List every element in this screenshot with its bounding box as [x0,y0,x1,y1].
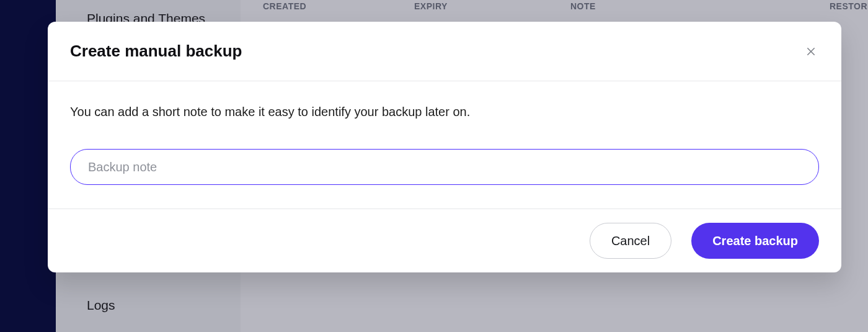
modal-body: You can add a short note to make it easy… [48,81,841,209]
modal-header: Create manual backup [48,22,841,81]
close-icon [805,46,817,57]
modal-footer: Cancel Create backup [48,209,841,272]
create-backup-modal: Create manual backup You can add a short… [48,22,841,272]
cancel-button[interactable]: Cancel [590,223,671,259]
modal-description: You can add a short note to make it easy… [70,105,819,119]
modal-title: Create manual backup [70,42,242,61]
close-button[interactable] [803,43,819,60]
backup-note-input[interactable] [70,149,819,185]
create-backup-button[interactable]: Create backup [691,223,819,259]
